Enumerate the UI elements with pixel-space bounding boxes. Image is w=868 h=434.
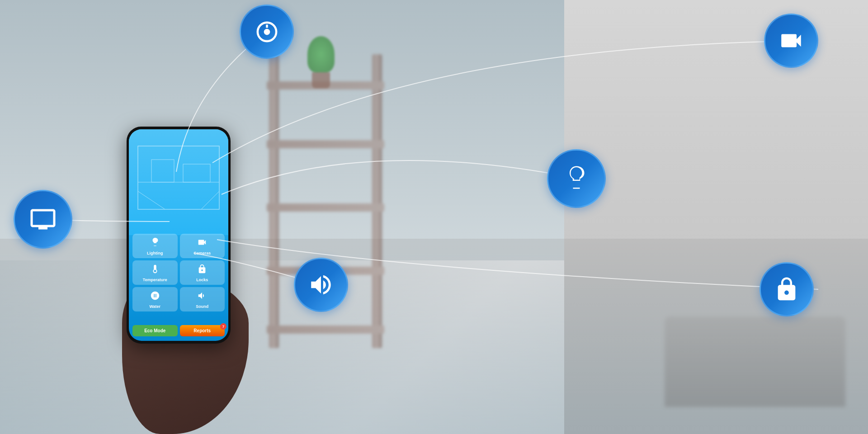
speaker-circle[interactable] [294, 258, 348, 312]
reports-badge: 7 [220, 323, 226, 330]
cameras-label: Cameras [193, 251, 211, 255]
eco-mode-button[interactable]: Eco Mode [132, 325, 178, 336]
lighting-icon [150, 237, 160, 250]
camera-circle[interactable] [764, 14, 818, 68]
app-cell-water[interactable]: Water [132, 287, 178, 311]
tv-icon [29, 206, 57, 233]
app-grid: Lighting Cameras Temperature [132, 234, 225, 314]
light-bulb-circle[interactable] [547, 149, 606, 208]
app-cell-locks[interactable]: Locks [180, 260, 225, 285]
temperature-icon [150, 264, 160, 276]
reports-button[interactable]: Reports 7 [180, 325, 225, 336]
speaker-icon [308, 272, 334, 298]
smartphone: Lighting Cameras Temperature [127, 127, 231, 344]
svg-rect-3 [183, 164, 210, 182]
light-bulb-icon [563, 165, 590, 192]
temperature-label: Temperature [143, 278, 167, 282]
lock-icon [774, 276, 800, 302]
locks-icon [197, 264, 207, 276]
tv-device-circle[interactable] [14, 190, 72, 249]
smoke-detector-icon [255, 19, 279, 44]
lighting-label: Lighting [147, 251, 163, 255]
svg-line-5 [201, 191, 219, 209]
svg-rect-0 [138, 146, 219, 209]
app-cell-sound[interactable]: Sound [180, 287, 225, 311]
sofa [665, 316, 845, 407]
app-cell-cameras[interactable]: Cameras [180, 234, 225, 258]
smoke-detector-circle[interactable] [240, 5, 294, 59]
svg-rect-2 [151, 160, 174, 182]
plant-decoration [307, 45, 335, 88]
sound-icon [197, 291, 207, 303]
phone-buttons: Eco Mode Reports 7 [132, 325, 225, 336]
app-cell-temperature[interactable]: Temperature [132, 260, 178, 285]
phone-screen: Lighting Cameras Temperature [129, 129, 228, 341]
svg-point-7 [264, 28, 270, 35]
home-sketch [129, 129, 228, 235]
svg-line-4 [138, 191, 165, 209]
cameras-icon [197, 237, 207, 250]
app-cell-lighting[interactable]: Lighting [132, 234, 178, 258]
camera-icon [778, 28, 804, 54]
lock-circle[interactable] [760, 262, 814, 316]
hand-phone-container: Lighting Cameras Temperature [99, 127, 271, 434]
locks-label: Locks [196, 278, 208, 282]
water-icon [150, 291, 160, 303]
water-label: Water [149, 304, 160, 309]
sound-label: Sound [196, 304, 208, 309]
